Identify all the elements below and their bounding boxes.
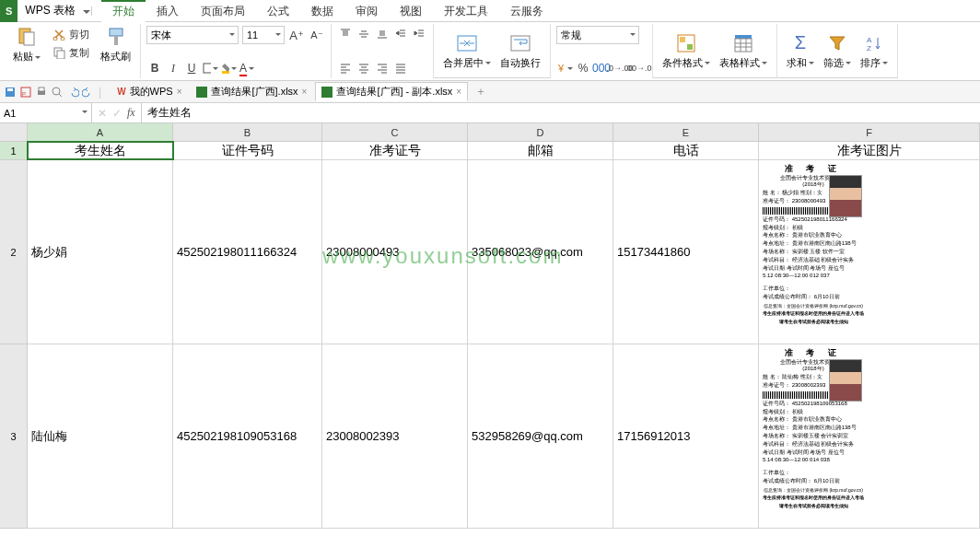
- cell-phone[interactable]: 17156912013: [613, 344, 759, 528]
- cell-name[interactable]: 杨少娟: [28, 160, 173, 344]
- docbar: P | W 我的WPS × 查询结果[广西].xlsx × 查询结果[广西] -…: [0, 81, 980, 103]
- cell-email[interactable]: 532958269@qq.com: [468, 344, 613, 528]
- sum-button[interactable]: Σ 求和: [783, 32, 818, 70]
- currency-button[interactable]: ¥: [556, 60, 573, 76]
- number-format-combo[interactable]: 常规: [556, 26, 639, 44]
- new-tab-button[interactable]: ＋: [470, 84, 492, 99]
- undo-icon[interactable]: [66, 86, 79, 99]
- align-bottom-button[interactable]: [374, 26, 391, 42]
- fx-confirm[interactable]: ✓: [112, 107, 122, 120]
- col-header-C[interactable]: C: [322, 123, 468, 141]
- border-button[interactable]: [202, 60, 218, 76]
- cell-ticket-image[interactable]: 准 考 证 全国会计专业技术资格考试 (2018年) 姓 名： 杨少娟 性别：女…: [759, 160, 980, 344]
- cell-A1[interactable]: 考生姓名: [28, 142, 173, 159]
- doc-tab-mywps[interactable]: W 我的WPS ×: [111, 82, 188, 101]
- cell-F1[interactable]: 准考证图片: [759, 142, 980, 159]
- name-box[interactable]: A1: [0, 103, 92, 122]
- menu-tab-view[interactable]: 视图: [389, 0, 433, 22]
- font-size-combo[interactable]: 11: [242, 26, 285, 44]
- align-right-button[interactable]: [374, 60, 391, 76]
- underline-button[interactable]: U: [183, 60, 200, 76]
- cell-exam[interactable]: 23008002393: [322, 344, 468, 528]
- cell-B1[interactable]: 证件号码: [173, 142, 322, 159]
- select-all-corner[interactable]: [0, 123, 28, 142]
- menu-tab-dev[interactable]: 开发工具: [433, 0, 499, 22]
- print-icon[interactable]: [35, 86, 48, 99]
- cell-E1[interactable]: 电话: [613, 142, 759, 159]
- cells-area[interactable]: www.youxunsoft.com 考生姓名 证件号码 准考证号 邮箱 电话 …: [28, 142, 980, 536]
- spreadsheet[interactable]: A B C D E F 1 2 3 www.youxunsoft.com 考生姓…: [0, 123, 980, 536]
- cell-email[interactable]: 335068023@qq.com: [468, 160, 613, 344]
- menu-tab-insert[interactable]: 插入: [146, 0, 190, 22]
- row-header-2[interactable]: 2: [0, 160, 27, 344]
- cell-ticket-image[interactable]: 准 考 证 全国会计专业技术资格考试 (2018年) 姓 名： 陆仙梅 性别：女…: [759, 344, 980, 528]
- cell-name[interactable]: 陆仙梅: [28, 344, 173, 528]
- cond-format-button[interactable]: 条件格式: [659, 32, 714, 70]
- col-header-F[interactable]: F: [759, 123, 980, 141]
- col-header-B[interactable]: B: [173, 123, 322, 141]
- align-center-button[interactable]: [356, 60, 372, 76]
- row-header-1[interactable]: 1: [0, 142, 27, 160]
- table-style-button[interactable]: 表格样式: [716, 32, 771, 70]
- doc-tab-1[interactable]: 查询结果[广西].xlsx ×: [190, 82, 313, 101]
- redo-icon[interactable]: [82, 86, 95, 99]
- font-shrink-button[interactable]: A⁻: [309, 27, 325, 43]
- menu-tab-formula[interactable]: 公式: [256, 0, 300, 22]
- cell-C1[interactable]: 准考证号: [322, 142, 468, 159]
- close-icon[interactable]: ×: [177, 87, 182, 97]
- xls-icon: [321, 87, 332, 98]
- font-name-combo[interactable]: 宋体: [146, 26, 239, 44]
- menu-tab-layout[interactable]: 页面布局: [190, 0, 256, 22]
- align-middle-button[interactable]: [356, 26, 372, 42]
- print-preview-icon[interactable]: [51, 86, 64, 99]
- cell-exam[interactable]: 23008000493: [322, 160, 468, 344]
- cell-phone[interactable]: 15173441860: [613, 160, 759, 344]
- wrap-text-button[interactable]: 自动换行: [496, 32, 544, 70]
- align-justify-button[interactable]: [392, 60, 409, 76]
- fill-color-button[interactable]: [220, 60, 237, 76]
- exam-ticket: 准 考 证 全国会计专业技术资格考试 (2018年) 姓 名： 杨少娟 性别：女…: [759, 160, 868, 328]
- fx-cancel[interactable]: ✕: [98, 107, 107, 120]
- menu-tab-start[interactable]: 开始: [101, 0, 146, 22]
- app-menu-dropdown[interactable]: [83, 6, 92, 16]
- italic-button[interactable]: I: [165, 60, 181, 76]
- close-icon[interactable]: ×: [456, 87, 461, 97]
- exam-ticket: 准 考 证 全国会计专业技术资格考试 (2018年) 姓 名： 陆仙梅 性别：女…: [759, 344, 868, 512]
- svg-rect-15: [687, 44, 693, 50]
- export-pdf-icon[interactable]: P: [19, 86, 32, 99]
- col-header-E[interactable]: E: [613, 123, 759, 141]
- cell-D1[interactable]: 邮箱: [468, 142, 613, 159]
- col-header-A[interactable]: A: [28, 123, 173, 141]
- fx-icon[interactable]: fx: [127, 106, 135, 120]
- save-icon[interactable]: [4, 86, 17, 99]
- merge-center-button[interactable]: 合并居中: [439, 32, 495, 70]
- cut-button[interactable]: 剪切: [50, 26, 91, 42]
- copy-icon: [52, 45, 66, 60]
- bold-button[interactable]: B: [146, 60, 163, 76]
- percent-button[interactable]: %: [575, 60, 591, 76]
- titlebar: S WPS 表格 开始 插入 页面布局 公式 数据 审阅 视图 开发工具 云服务: [0, 0, 980, 22]
- menu-tab-data[interactable]: 数据: [300, 0, 344, 22]
- row-header-3[interactable]: 3: [0, 344, 27, 529]
- align-top-button[interactable]: [337, 26, 354, 42]
- filter-button[interactable]: 筛选: [820, 32, 855, 70]
- indent-dec-button[interactable]: [392, 26, 409, 42]
- menu-tab-review[interactable]: 审阅: [344, 0, 389, 22]
- font-grow-button[interactable]: A⁺: [288, 27, 305, 43]
- font-color-button[interactable]: A: [239, 60, 255, 76]
- format-painter-button[interactable]: 格式刷: [97, 26, 134, 64]
- cell-id[interactable]: 452502198011166324: [173, 160, 322, 344]
- col-header-D[interactable]: D: [468, 123, 613, 141]
- cell-id[interactable]: 452502198109053168: [173, 344, 322, 528]
- menu-tab-cloud[interactable]: 云服务: [499, 0, 554, 22]
- dec-decimal-button[interactable]: .00→.0: [630, 60, 647, 76]
- formula-input[interactable]: 考生姓名: [142, 105, 980, 121]
- doc-tab-2[interactable]: 查询结果[广西] - 副本.xlsx ×: [315, 82, 468, 101]
- indent-inc-button[interactable]: [411, 26, 427, 42]
- wrap-icon: [509, 32, 531, 54]
- align-left-button[interactable]: [337, 60, 354, 76]
- copy-button[interactable]: 复制: [50, 44, 91, 61]
- close-icon[interactable]: ×: [302, 87, 308, 97]
- paste-button[interactable]: 粘贴: [9, 26, 44, 64]
- sort-button[interactable]: AZ 排序: [857, 32, 892, 70]
